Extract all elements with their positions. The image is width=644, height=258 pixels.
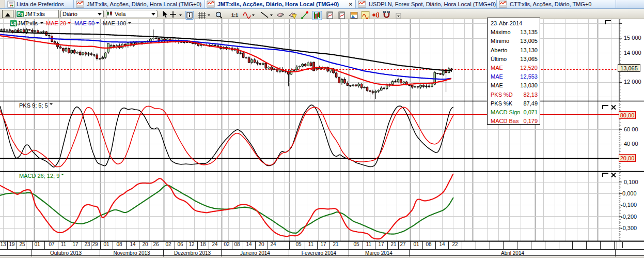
svg-text:1:1: 1:1 [231, 12, 238, 18]
